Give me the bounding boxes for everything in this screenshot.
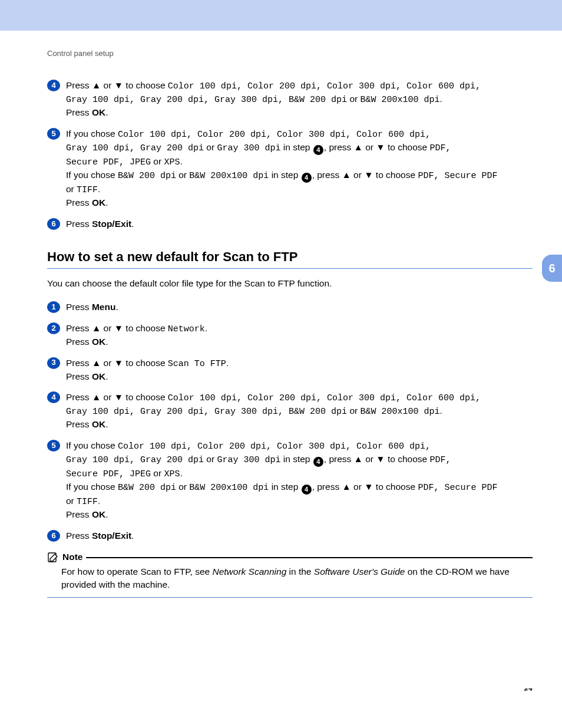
ok-key: OK [92,371,105,381]
note-rule [86,557,533,558]
text: . [180,156,182,166]
text: or [351,482,364,492]
step-bullet: 3 [47,357,60,369]
text: . [131,219,134,229]
text: to choose [373,170,418,180]
up-arrow-icon: ▲ [342,170,351,180]
text: . [205,323,207,333]
option-list: B&W 200x100 dpi [360,407,439,417]
text: Press [66,358,92,368]
text: . [105,337,108,347]
stop-exit-key: Stop/Exit [92,219,131,229]
text: . [115,302,118,312]
step-bullet: 5 [47,128,60,140]
text: in step [280,454,312,464]
step-body: Press Stop/Exit. [66,529,533,542]
option-list: B&W 200x100 dpi [189,483,269,493]
top-bar [0,0,562,31]
option-list: Color 100 dpi, Color 200 dpi, Color 300 … [168,393,481,403]
ok-key: OK [92,197,105,207]
text: Press [66,107,92,117]
text: Press [66,419,92,429]
text: in step [269,482,300,492]
ftp-step-6: 6 Press Stop/Exit. [47,529,533,542]
step-bullet: 4 [47,80,60,91]
text: or [101,392,114,402]
text: or [66,496,77,506]
text: or [176,482,189,492]
text: to choose [123,323,168,333]
text: to choose [123,392,168,402]
option-list: Gray 300 dpi [217,143,280,153]
text: , press [312,170,342,180]
text: to choose [373,482,418,492]
option-list: B&W 200 dpi [118,171,176,181]
option-list: TIFF [77,497,98,507]
text: . [440,94,442,104]
option-list: B&W 200x100 dpi [360,95,439,105]
option-list: Gray 100 dpi, Gray 200 dpi [66,143,204,153]
step-ref-icon: 4 [302,485,312,495]
step-ref-icon: 4 [302,173,312,183]
up-arrow-icon: ▲ [92,80,101,90]
step-bullet: 5 [47,440,60,452]
step-body: Press Stop/Exit. [66,218,533,230]
text: or [363,142,376,152]
text: , press [324,142,354,152]
text: . [105,107,108,117]
stop-exit-key: Stop/Exit [92,531,131,541]
text: If you chose [66,170,118,180]
text: or [204,142,217,152]
text: Press [66,219,92,229]
note-body: For how to operate Scan to FTP, see Netw… [47,563,533,597]
step-bullet: 2 [47,322,60,334]
text: . [105,371,108,381]
option-list: Color 100 dpi, Color 200 dpi, Color 300 … [168,81,481,91]
down-arrow-icon: ▼ [364,482,373,492]
text: . [105,419,108,429]
text: Press [66,323,92,333]
text: or [66,184,77,194]
step-body: Press Menu. [66,301,533,314]
ftp-step-5: 5 If you chose Color 100 dpi, Color 200 … [47,439,533,521]
option-list: Color 100 dpi, Color 200 dpi, Color 300 … [118,130,431,140]
text: Press [66,392,92,402]
step-4-top: 4 Press ▲ or ▼ to choose Color 100 dpi, … [47,79,533,119]
text: or [351,170,364,180]
option-list: Gray 300 dpi [217,455,280,465]
text: . [105,197,108,207]
option-list: B&W 200 dpi [118,483,176,493]
option-list: PDF, Secure PDF [418,171,497,181]
step-bullet: 1 [47,301,60,313]
step-5-top: 5 If you chose Color 100 dpi, Color 200 … [47,127,533,209]
down-arrow-icon: ▼ [376,142,385,152]
text: or [347,406,360,416]
menu-option: Scan To FTP [168,359,226,369]
ftp-step-3: 3 Press ▲ or ▼ to choose Scan To FTP. Pr… [47,357,533,383]
breadcrumb: Control panel setup [47,48,533,59]
up-arrow-icon: ▲ [92,392,101,402]
text: or [101,358,114,368]
ftp-step-2: 2 Press ▲ or ▼ to choose Network. Press … [47,322,533,348]
ftp-step-4: 4 Press ▲ or ▼ to choose Color 100 dpi, … [47,391,533,431]
text: Press [66,531,92,541]
ok-key: OK [92,337,105,347]
step-body: Press ▲ or ▼ to choose Scan To FTP. Pres… [66,357,533,383]
text: If you chose [66,482,118,492]
text: in step [280,142,312,152]
up-arrow-icon: ▲ [354,142,363,152]
text: to choose [385,142,430,152]
up-arrow-icon: ▲ [354,454,363,464]
text: or [176,170,189,180]
note-icon [47,551,59,563]
text: or [204,454,217,464]
text: , press [324,454,354,464]
text: For how to operate Scan to FTP, see [61,566,212,577]
text: Press [66,197,92,207]
text: or [101,323,114,333]
ok-key: OK [92,419,105,429]
text: . [98,184,100,194]
down-arrow-icon: ▼ [114,392,123,402]
page-number: 67 [524,686,533,691]
option-list: PDF, Secure PDF [418,483,497,493]
